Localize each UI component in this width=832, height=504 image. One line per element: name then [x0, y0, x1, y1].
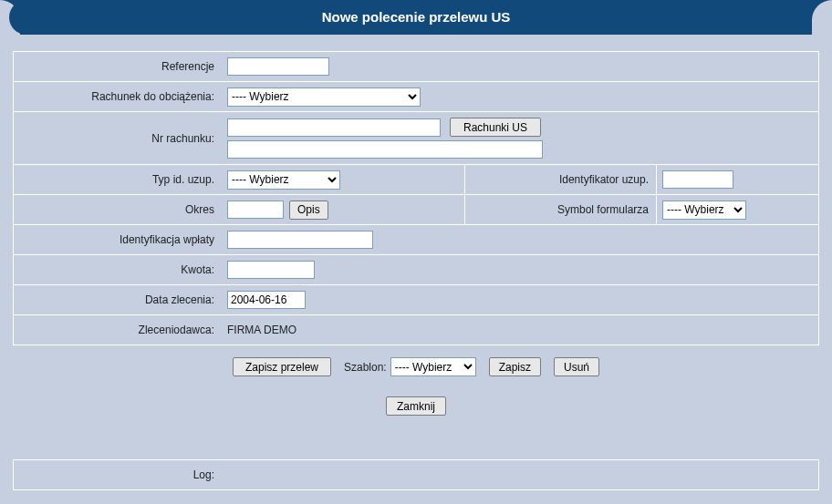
label-referencje: Referencje [14, 52, 222, 81]
label-kwota: Kwota: [14, 255, 222, 284]
row-identyfikacja-wplaty: Identyfikacja wpłaty [13, 224, 819, 255]
okres-input[interactable] [227, 201, 284, 219]
action-row: Zapisz przelew Szablon: ---- Wybierz Zap… [13, 345, 819, 382]
usun-button[interactable]: Usuń [554, 357, 599, 376]
nr-rachunku-input-2[interactable] [227, 140, 543, 159]
row-typ-id-uzup: Typ id. uzup. ---- Wybierz Identyfikator… [13, 164, 819, 195]
zamknij-button[interactable]: Zamknij [386, 396, 446, 416]
row-rachunek-obciazenia: Rachunek do obciążenia: ---- Wybierz [13, 81, 819, 112]
identyfikacja-wplaty-input[interactable] [227, 231, 373, 249]
label-szablon: Szablon: [344, 361, 387, 374]
kwota-input[interactable] [227, 261, 315, 279]
page-title: Nowe polecenie przelewu US [9, 0, 823, 35]
typ-id-uzup-select[interactable]: ---- Wybierz [227, 170, 340, 190]
zapisz-przelew-button[interactable]: Zapisz przelew [233, 357, 331, 376]
row-data-zlecenia: Data zlecenia: [13, 284, 819, 315]
label-rachunek-obciazenia: Rachunek do obciążenia: [14, 82, 222, 111]
nr-rachunku-input-1[interactable] [227, 118, 441, 137]
label-identyfikacja-wplaty: Identyfikacja wpłaty [14, 225, 222, 254]
zapisz-button[interactable]: Zapisz [489, 357, 541, 376]
label-zleceniodawca: Zleceniodawca: [14, 315, 222, 345]
row-nr-rachunku: Nr rachunku: Rachunki US [13, 111, 819, 165]
identyfikator-uzup-input[interactable] [662, 170, 733, 189]
rachunki-us-button[interactable]: Rachunki US [450, 118, 541, 137]
label-nr-rachunku: Nr rachunku: [14, 112, 222, 164]
page-header: Nowe polecenie przelewu US [0, 0, 832, 35]
row-kwota: Kwota: [13, 254, 819, 285]
rachunek-obciazenia-select[interactable]: ---- Wybierz [227, 87, 421, 107]
zleceniodawca-value: FIRMA DEMO [227, 324, 296, 336]
referencje-input[interactable] [227, 57, 329, 76]
opis-button[interactable]: Opis [289, 201, 328, 220]
form-area: Referencje Rachunek do obciążenia: ---- … [0, 35, 832, 490]
data-zlecenia-input[interactable] [227, 291, 306, 309]
label-typ-id-uzup: Typ id. uzup. [14, 165, 222, 194]
label-identyfikator-uzup: Identyfikator uzup. [464, 165, 656, 194]
label-log: Log: [14, 460, 222, 489]
close-row: Zamknij [13, 382, 819, 434]
row-referencje: Referencje [13, 51, 819, 82]
row-okres: Okres Opis Symbol formularza ---- Wybier… [13, 194, 819, 225]
label-symbol-formularza: Symbol formularza [464, 195, 656, 224]
label-data-zlecenia: Data zlecenia: [14, 285, 222, 314]
szablon-select[interactable]: ---- Wybierz [390, 357, 476, 376]
label-okres: Okres [14, 195, 222, 224]
symbol-formularza-select[interactable]: ---- Wybierz [662, 201, 746, 220]
row-zleceniodawca: Zleceniodawca: FIRMA DEMO [13, 314, 819, 345]
row-log: Log: [13, 459, 819, 490]
